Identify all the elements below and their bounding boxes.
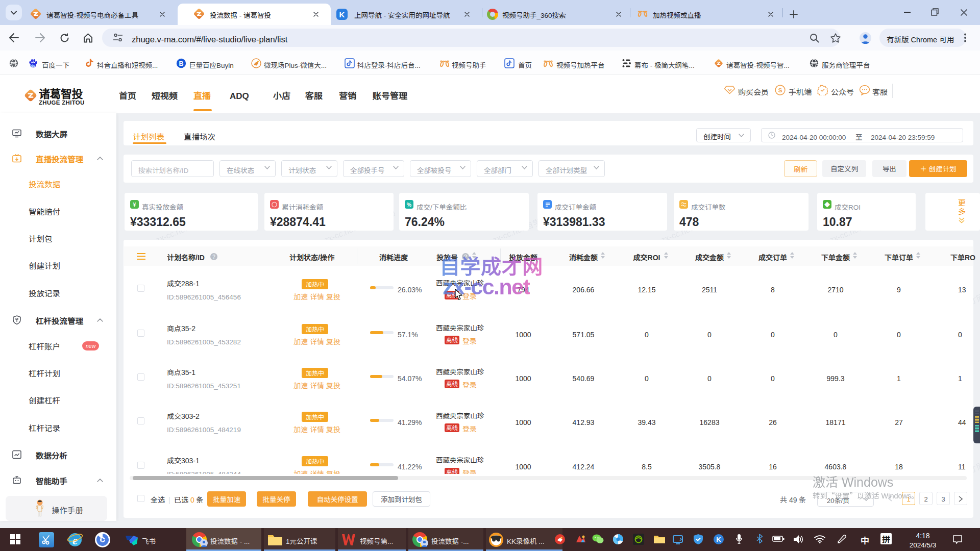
svg-text:du: du	[31, 63, 35, 68]
svg-text:B: B	[179, 58, 183, 68]
svg-text:K: K	[716, 534, 721, 544]
svg-text:S: S	[778, 86, 782, 94]
